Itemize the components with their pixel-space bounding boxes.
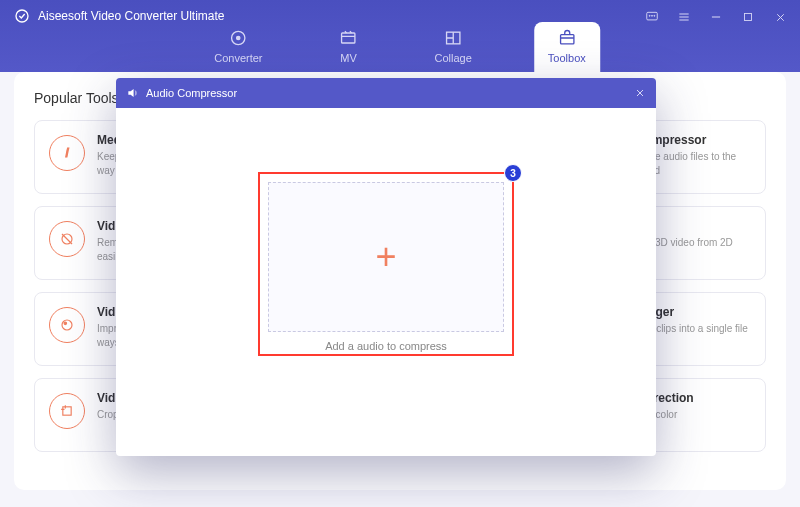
tab-collage[interactable]: Collage <box>421 22 486 72</box>
tool-icon: i <box>49 135 85 171</box>
mv-icon <box>339 28 359 48</box>
svg-point-3 <box>652 15 653 16</box>
drop-highlight-frame: 3 + Add a audio to compress <box>258 172 514 356</box>
tool-icon <box>49 307 85 343</box>
svg-rect-22 <box>63 407 71 415</box>
plus-icon: + <box>375 239 396 275</box>
svg-point-0 <box>16 10 28 22</box>
svg-point-2 <box>649 15 650 16</box>
feedback-button[interactable] <box>638 6 666 28</box>
svg-point-18 <box>64 322 67 325</box>
app-logo-icon <box>14 8 30 24</box>
modal-title: Audio Compressor <box>146 87 237 99</box>
svg-rect-10 <box>560 35 573 44</box>
tab-label: Collage <box>435 52 472 64</box>
svg-point-7 <box>237 36 240 39</box>
svg-rect-5 <box>745 14 752 21</box>
speaker-icon <box>126 86 140 100</box>
app-logo: Aiseesoft Video Converter Ultimate <box>14 8 225 24</box>
step-badge: 3 <box>504 164 522 182</box>
drop-label: Add a audio to compress <box>260 340 512 352</box>
tab-label: MV <box>340 52 357 64</box>
svg-point-4 <box>654 15 655 16</box>
tool-icon <box>49 221 85 257</box>
tab-label: Converter <box>214 52 262 64</box>
tab-label: Toolbox <box>548 52 586 64</box>
svg-rect-8 <box>342 33 355 43</box>
svg-text:i: i <box>66 145 70 160</box>
toolbox-icon <box>557 28 577 48</box>
minimize-button[interactable] <box>702 6 730 28</box>
tab-toolbox[interactable]: Toolbox <box>534 22 600 72</box>
tool-icon <box>49 393 85 429</box>
close-button[interactable] <box>766 6 794 28</box>
collage-icon <box>443 28 463 48</box>
svg-point-17 <box>62 320 72 330</box>
add-audio-dropzone[interactable]: + <box>268 182 504 332</box>
modal-close-button[interactable] <box>634 87 646 99</box>
tab-converter[interactable]: Converter <box>200 22 276 72</box>
audio-compressor-modal: Audio Compressor 3 + Add a audio to comp… <box>116 78 656 456</box>
app-title: Aiseesoft Video Converter Ultimate <box>38 9 225 23</box>
menu-button[interactable] <box>670 6 698 28</box>
tab-mv[interactable]: MV <box>325 22 373 72</box>
converter-icon <box>228 28 248 48</box>
maximize-button[interactable] <box>734 6 762 28</box>
